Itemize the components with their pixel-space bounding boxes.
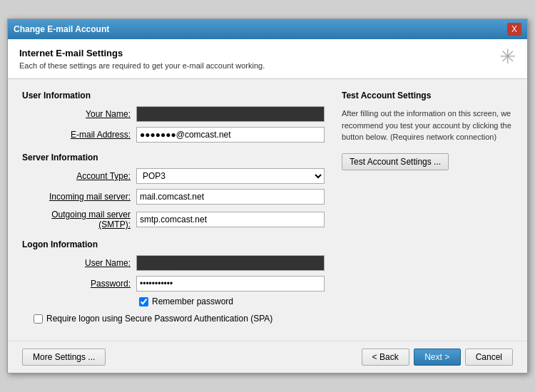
header-subtitle: Each of these settings are required to g… (19, 61, 265, 70)
account-type-select[interactable]: POP3 IMAP (136, 168, 325, 184)
back-button[interactable]: < Back (362, 349, 409, 366)
email-address-input[interactable] (136, 127, 325, 143)
email-address-label: E-mail Address: (22, 130, 136, 140)
password-input[interactable] (136, 276, 325, 292)
password-label: Password: (22, 279, 136, 289)
test-account-settings-button[interactable]: Test Account Settings ... (342, 153, 449, 170)
account-type-label: Account Type: (22, 171, 136, 181)
your-name-input[interactable] (136, 106, 325, 122)
incoming-mail-label: Incoming mail server: (22, 192, 136, 202)
password-row: Password: (22, 276, 325, 292)
test-account-section-title: Test Account Settings (342, 91, 513, 100)
cancel-button[interactable]: Cancel (465, 349, 513, 366)
footer-right-buttons: < Back Next > Cancel (362, 349, 513, 366)
more-settings-button[interactable]: More Settings ... (22, 349, 106, 366)
header-title: Internet E-mail Settings (19, 48, 265, 58)
left-panel: User Information Your Name: E-mail Addre… (22, 91, 325, 324)
spa-row: Require logon using Secure Password Auth… (34, 314, 325, 324)
window-title: Change E-mail Account (14, 24, 109, 34)
spa-label[interactable]: Require logon using Secure Password Auth… (46, 314, 272, 324)
footer: More Settings ... < Back Next > Cancel (8, 341, 527, 373)
right-panel: Test Account Settings After filling out … (342, 91, 513, 324)
next-button[interactable]: Next > (414, 349, 461, 366)
main-content: User Information Your Name: E-mail Addre… (8, 79, 527, 335)
outgoing-mail-row: Outgoing mail server (SMTP): (22, 210, 325, 229)
header-text: Internet E-mail Settings Each of these s… (19, 48, 265, 70)
user-name-label: User Name: (22, 258, 136, 268)
your-name-label: Your Name: (22, 109, 136, 119)
outgoing-mail-label: Outgoing mail server (SMTP): (22, 210, 136, 229)
main-window: Change E-mail Account X Internet E-mail … (7, 19, 528, 373)
server-info-section-title: Server Information (22, 153, 325, 163)
incoming-mail-input[interactable] (136, 189, 325, 205)
title-bar: Change E-mail Account X (8, 19, 527, 39)
email-address-row: E-mail Address: (22, 127, 325, 143)
incoming-mail-row: Incoming mail server: (22, 189, 325, 205)
user-name-input[interactable] (136, 255, 325, 271)
user-info-section-title: User Information (22, 91, 325, 100)
header-section: Internet E-mail Settings Each of these s… (8, 39, 527, 79)
user-name-row: User Name: (22, 255, 325, 271)
settings-icon: ✳ (499, 45, 516, 68)
test-account-description: After filling out the information on thi… (342, 108, 513, 143)
remember-password-label[interactable]: Remember password (152, 296, 233, 306)
account-type-row: Account Type: POP3 IMAP (22, 168, 325, 184)
remember-password-checkbox[interactable] (139, 297, 148, 306)
logon-info-section-title: Logon Information (22, 239, 325, 249)
remember-password-row: Remember password (139, 296, 325, 306)
close-button[interactable]: X (507, 23, 521, 36)
your-name-row: Your Name: (22, 106, 325, 122)
outgoing-mail-input[interactable] (136, 212, 325, 227)
spa-checkbox[interactable] (34, 314, 43, 324)
